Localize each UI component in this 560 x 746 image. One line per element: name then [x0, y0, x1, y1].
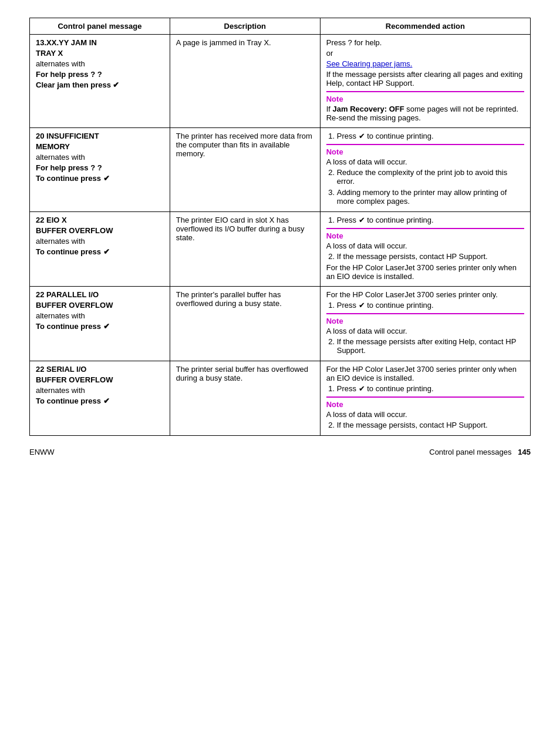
col-description: The printer EIO card in slot X has overf… — [170, 212, 320, 287]
table-row: 22 SERIAL I/OBUFFER OVERFLOWalternates w… — [30, 361, 531, 436]
col-message: 13.XX.YY JAM INTRAY Xalternates withFor … — [30, 35, 170, 128]
col-action: For the HP Color LaserJet 3700 series pr… — [320, 361, 530, 436]
header-recommended-action: Recommended action — [320, 18, 530, 35]
page-footer: ENWW Control panel messages 145 — [29, 448, 531, 456]
table-row: 20 INSUFFICIENTMEMORYalternates withFor … — [30, 128, 531, 212]
col-action: Press ✔ to continue printing.NoteA loss … — [320, 212, 530, 287]
col-message: 22 PARALLEL I/OBUFFER OVERFLOWalternates… — [30, 287, 170, 361]
footer-left: ENWW — [29, 448, 55, 456]
col-message: 22 SERIAL I/OBUFFER OVERFLOWalternates w… — [30, 361, 170, 436]
col-message: 22 EIO XBUFFER OVERFLOWalternates withTo… — [30, 212, 170, 287]
col-description: A page is jammed in Tray X. — [170, 35, 320, 128]
table-row: 13.XX.YY JAM INTRAY Xalternates withFor … — [30, 35, 531, 128]
header-description: Description — [170, 18, 320, 35]
control-panel-table: Control panel message Description Recomm… — [29, 18, 531, 436]
table-row: 22 EIO XBUFFER OVERFLOWalternates withTo… — [30, 212, 531, 287]
footer-right: Control panel messages 145 — [429, 448, 531, 456]
col-description: The printer's parallel buffer has overfl… — [170, 287, 320, 361]
table-row: 22 PARALLEL I/OBUFFER OVERFLOWalternates… — [30, 287, 531, 361]
col-description: The printer serial buffer has overflowed… — [170, 361, 320, 436]
col-description: The printer has received more data from … — [170, 128, 320, 212]
col-action: Press ? for help.orSee Clearing paper ja… — [320, 35, 530, 128]
col-action: For the HP Color LaserJet 3700 series pr… — [320, 287, 530, 361]
col-message: 20 INSUFFICIENTMEMORYalternates withFor … — [30, 128, 170, 212]
col-action: Press ✔ to continue printing.NoteA loss … — [320, 128, 530, 212]
header-control-panel-message: Control panel message — [30, 18, 170, 35]
